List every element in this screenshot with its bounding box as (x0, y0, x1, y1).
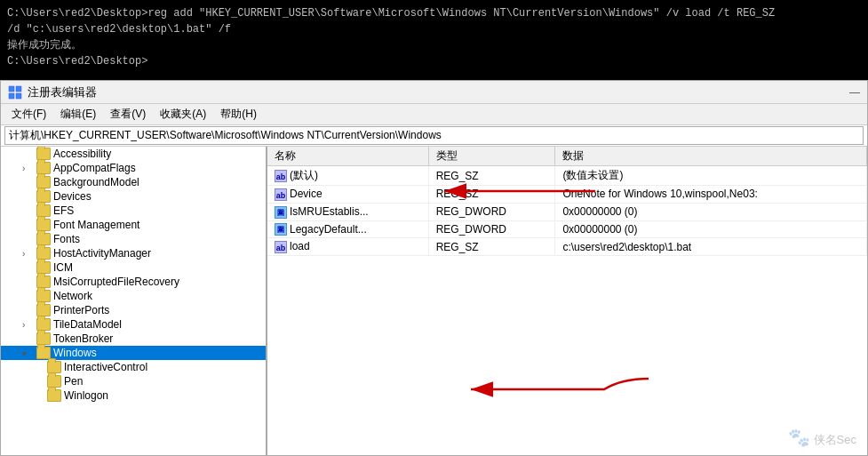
tree-item-label: HostActivityManager (53, 247, 151, 260)
tree-item-label: AppCompatFlags (53, 162, 136, 174)
terminal-line3: 操作成功完成。 (7, 37, 861, 53)
reg-name-cell: ab(默认) (267, 166, 428, 186)
tree-item-label: Accessibility (53, 148, 111, 160)
reg-type-cell: REG_SZ (428, 166, 555, 186)
regedit-window: 注册表编辑器 — 文件(F) 编辑(E) 查看(V) 收藏夹(A) 帮助(H) … (0, 80, 868, 456)
tree-item-label: InteractiveControl (64, 361, 147, 373)
tree-item-label: TokenBroker (53, 332, 113, 345)
right-panel: 名称 类型 数据 ab(默认)REG_SZ(数值未设置)abDeviceREG_… (267, 147, 867, 455)
reg-value-icon: ab (275, 170, 287, 182)
reg-name-cell: abload (267, 238, 428, 256)
folder-icon (47, 361, 61, 373)
folder-icon (36, 332, 51, 345)
folder-icon (36, 318, 51, 331)
address-bar: 计算机\HKEY_CURRENT_USER\Software\Microsoft… (1, 125, 867, 147)
tree-item-label: Fonts (53, 233, 80, 245)
reg-type-cell: REG_DWORD (428, 203, 555, 220)
regedit-title: 注册表编辑器 (28, 84, 97, 100)
expand-icon[interactable]: › (22, 320, 36, 330)
folder-icon (36, 162, 51, 174)
tree-item-label: Font Management (53, 219, 139, 231)
folder-icon (36, 148, 51, 160)
tree-item-label: Network (53, 290, 92, 302)
folder-icon (36, 190, 51, 203)
folder-icon (36, 347, 51, 359)
col-name: 名称 (267, 147, 428, 166)
expand-icon[interactable]: › (22, 164, 36, 173)
folder-icon (36, 233, 51, 245)
folder-icon (36, 304, 51, 316)
reg-data-cell: (数值未设置) (555, 166, 867, 186)
menu-view[interactable]: 查看(V) (103, 106, 153, 123)
table-row[interactable]: abDeviceREG_SZOneNote for Windows 10,win… (267, 186, 867, 204)
tree-item-label: MsiCorruptedFileRecovery (53, 276, 179, 288)
svg-rect-2 (9, 93, 14, 99)
tree-item-label: BackgroundModel (53, 176, 139, 188)
tree-panel[interactable]: Accessibility›AppCompatFlagsBackgroundMo… (1, 147, 267, 455)
menu-help[interactable]: 帮助(H) (213, 106, 264, 123)
reg-value-icon: ab (275, 188, 287, 201)
col-type: 类型 (428, 147, 555, 166)
reg-type-cell: REG_DWORD (428, 220, 555, 238)
folder-icon (47, 375, 61, 388)
folder-icon (36, 247, 51, 260)
tree-item-label: ICM (53, 261, 73, 274)
menu-file[interactable]: 文件(F) (4, 106, 53, 123)
watermark: 🐾 侠名Sec (788, 427, 856, 448)
terminal-window: C:\Users\red2\Desktop>reg add "HKEY_CURR… (0, 0, 868, 80)
table-row[interactable]: abloadREG_SZc:\users\red2\desktop\1.bat (267, 238, 867, 256)
folder-icon (36, 290, 51, 302)
tree-item-label: Pen (64, 375, 83, 388)
reg-data-cell: 0x00000000 (0) (555, 220, 867, 238)
minimize-button[interactable]: — (849, 86, 860, 99)
reg-value-icon: 圍 (275, 206, 287, 219)
terminal-line1: C:\Users\red2\Desktop>reg add "HKEY_CURR… (7, 5, 861, 21)
expand-icon[interactable]: › (22, 249, 36, 259)
tree-item-label: EFS (53, 204, 74, 217)
tree-item-label: TileDataModel (53, 318, 122, 331)
menu-favorites[interactable]: 收藏夹(A) (153, 106, 213, 123)
folder-icon (36, 204, 51, 217)
registry-table: 名称 类型 数据 ab(默认)REG_SZ(数值未设置)abDeviceREG_… (267, 147, 867, 256)
terminal-line5: C:\Users\red2\Desktop> (7, 53, 861, 69)
reg-type-cell: REG_SZ (428, 238, 555, 256)
tree-item-windows[interactable]: ▾Windows (1, 346, 266, 360)
folder-icon (36, 176, 51, 188)
folder-icon (36, 219, 51, 231)
address-path[interactable]: 计算机\HKEY_CURRENT_USER\Software\Microsoft… (4, 126, 864, 145)
folder-icon (47, 389, 61, 402)
tree-item-label: Windows (53, 347, 97, 359)
folder-icon (36, 261, 51, 274)
table-row[interactable]: ab(默认)REG_SZ(数值未设置) (267, 166, 867, 186)
reg-name-cell: 圍LegacyDefault... (267, 220, 428, 238)
col-data: 数据 (555, 147, 867, 166)
regedit-icon (8, 85, 22, 100)
menu-bar: 文件(F) 编辑(E) 查看(V) 收藏夹(A) 帮助(H) (1, 104, 867, 125)
tree-item-label: Devices (53, 190, 92, 203)
expand-icon[interactable]: ▾ (22, 348, 36, 358)
tree-item-pen[interactable]: Pen (1, 374, 266, 388)
reg-name-cell: 圍IsMRUEstablis... (267, 203, 428, 220)
folder-icon (36, 276, 51, 288)
content-area: Accessibility›AppCompatFlagsBackgroundMo… (1, 147, 867, 455)
reg-data-cell: 0x00000000 (0) (555, 203, 867, 220)
table-row[interactable]: 圍IsMRUEstablis...REG_DWORD0x00000000 (0) (267, 203, 867, 220)
title-bar-left: 注册表编辑器 (8, 84, 97, 100)
reg-name-cell: abDevice (267, 186, 428, 204)
reg-type-cell: REG_SZ (428, 186, 555, 204)
svg-rect-3 (16, 93, 21, 99)
reg-value-icon: 圍 (275, 223, 287, 236)
tree-item-winlogon[interactable]: Winlogon (1, 388, 266, 403)
tree-item-interactivecontrol[interactable]: InteractiveControl (1, 360, 266, 374)
tree-item-label: Winlogon (64, 389, 108, 402)
reg-data-cell: c:\users\red2\desktop\1.bat (555, 238, 867, 256)
reg-data-cell: OneNote for Windows 10,winspool,Ne03: (555, 186, 867, 204)
reg-value-icon: ab (275, 241, 287, 253)
tree-item-label: PrinterPorts (53, 304, 109, 316)
terminal-line2: /d "c:\users\red2\desktop\1.bat" /f (7, 21, 861, 37)
title-bar: 注册表编辑器 — (1, 81, 867, 104)
menu-edit[interactable]: 编辑(E) (53, 106, 103, 123)
svg-rect-0 (9, 86, 14, 92)
svg-rect-1 (16, 86, 21, 92)
table-row[interactable]: 圍LegacyDefault...REG_DWORD0x00000000 (0) (267, 220, 867, 238)
